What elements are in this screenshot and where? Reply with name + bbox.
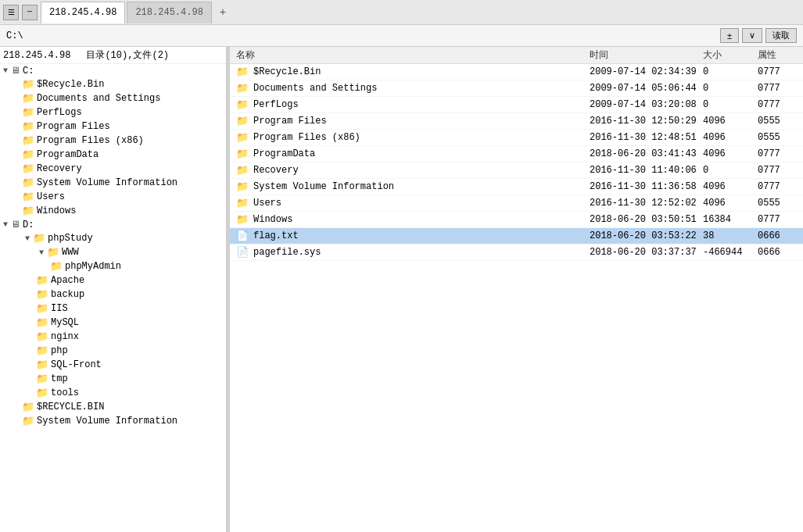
tree-item-system-volume[interactable]: 📁 System Volume Information [0, 176, 226, 190]
item-label: System Volume Information [37, 416, 177, 427]
file-row[interactable]: 📁ProgramData2018-06-20 03:41:4340960777 [230, 146, 803, 162]
item-label: ProgramData [37, 149, 99, 160]
file-row[interactable]: 📁System Volume Information2016-11-30 11:… [230, 179, 803, 195]
tree-item-mysql[interactable]: 📁 MySQL [0, 316, 226, 330]
item-label: WWW [62, 247, 79, 258]
tree-item-recycle-d[interactable]: 📁 $RECYCLE.BIN [0, 400, 226, 414]
file-row[interactable]: 📁PerfLogs2009-07-14 03:20:0800777 [230, 97, 803, 113]
file-row[interactable]: 📁Recovery2016-11-30 11:40:0600777 [230, 162, 803, 179]
file-attr: 0777 [758, 181, 797, 192]
tree-item-iis[interactable]: 📁 IIS [0, 302, 226, 316]
tab-2[interactable]: 218.245.4.98 [127, 2, 211, 23]
file-list: 📁$Recycle.Bin2009-07-14 02:34:3900777📁Do… [230, 64, 803, 261]
toggle-c[interactable]: ▼ [0, 66, 11, 75]
item-label: phpMyAdmin [65, 261, 121, 272]
window-icon[interactable]: ☰ [3, 5, 19, 20]
file-attr: 0555 [758, 132, 797, 143]
tree-item-system-volume-d[interactable]: 📁 System Volume Information [0, 414, 226, 428]
file-time: 2009-07-14 05:06:44 [590, 83, 703, 94]
file-size: 0 [703, 66, 758, 77]
tab-1[interactable]: 218.245.4.98 [41, 2, 125, 23]
file-row[interactable]: 📁Documents and Settings2009-07-14 05:06:… [230, 80, 803, 97]
item-label: php [51, 345, 68, 356]
folder-icon: 📁 [22, 415, 34, 427]
folder-icon: 📁 [236, 115, 249, 127]
file-name: Recovery [253, 165, 590, 176]
tree-item-docs-settings[interactable]: 📁 Documents and Settings [0, 91, 226, 105]
file-row[interactable]: 📁Program Files2016-11-30 12:50:294096055… [230, 113, 803, 130]
tree-item-recovery[interactable]: 📁 Recovery [0, 162, 226, 176]
tree-item-apache[interactable]: 📁 Apache [0, 273, 226, 287]
file-size: 4096 [703, 148, 758, 159]
main-content: 218.245.4.98 目录(10),文件(2) ▼ 🖥 C: 📁 $Recy… [0, 47, 803, 532]
tree-drive-c[interactable]: ▼ 🖥 C: [0, 64, 226, 77]
tree-item-perflogs[interactable]: 📁 PerfLogs [0, 105, 226, 120]
file-row[interactable]: 📁Users2016-11-30 12:52:0240960555 [230, 195, 803, 212]
item-label: SQL-Front [51, 359, 102, 370]
tree-item-programdata[interactable]: 📁 ProgramData [0, 148, 226, 162]
file-row[interactable]: 📄pagefile.sys2018-06-20 03:37:37-4669440… [230, 245, 803, 261]
title-bar: ☰ ─ 218.245.4.98 218.245.4.98 + [0, 0, 803, 25]
folder-icon: 📁 [36, 345, 48, 357]
toggle-phpstudy[interactable]: ▼ [22, 234, 33, 243]
tree-drive-d[interactable]: ▼ 🖥 D: [0, 218, 226, 231]
file-size: 4096 [703, 132, 758, 143]
right-panel: 名称 时间 大小 属性 📁$Recycle.Bin2009-07-14 02:3… [230, 47, 803, 532]
file-row[interactable]: 📁$Recycle.Bin2009-07-14 02:34:3900777 [230, 64, 803, 80]
file-row[interactable]: 📁Program Files (x86)2016-11-30 12:48:514… [230, 130, 803, 146]
tree-item-php[interactable]: 📁 php [0, 344, 226, 358]
file-row[interactable]: 📁Windows2018-06-20 03:50:51163840777 [230, 212, 803, 228]
file-time: 2018-06-20 03:37:37 [590, 247, 703, 258]
file-icon: 📄 [236, 230, 249, 242]
file-time: 2009-07-14 03:20:08 [590, 99, 703, 110]
folder-icon: 📁 [236, 164, 249, 177]
file-name: Program Files (x86) [253, 132, 590, 143]
item-label: phpStudy [48, 233, 93, 244]
tab-add-button[interactable]: + [213, 5, 232, 20]
addr-down-btn[interactable]: ∨ [742, 28, 762, 43]
folder-icon: 📁 [22, 106, 34, 119]
folder-icon: 📁 [22, 134, 34, 147]
tree-item-tools[interactable]: 📁 tools [0, 386, 226, 400]
drive-c-label: C: [23, 66, 34, 77]
tab1-label: 218.245.4.98 [49, 7, 117, 18]
folder-icon: 📁 [36, 288, 48, 301]
file-size: 4096 [703, 116, 758, 127]
drive-d-label: D: [23, 220, 34, 230]
item-label: tmp [51, 373, 68, 384]
item-label: Recovery [37, 163, 82, 174]
item-label: IIS [51, 303, 68, 314]
tree-item-recycle-bin[interactable]: 📁 $Recycle.Bin [0, 77, 226, 91]
item-label: $RECYCLE.BIN [37, 402, 104, 412]
file-row[interactable]: 📄flag.txt2018-06-20 03:53:22380666 [230, 228, 803, 245]
file-size: 0 [703, 83, 758, 94]
addr-plus-btn[interactable]: ± [720, 28, 739, 43]
file-size: 38 [703, 230, 758, 241]
tree-item-users[interactable]: 📁 Users [0, 190, 226, 204]
tree-item-www[interactable]: ▼ 📁 WWW [0, 245, 226, 259]
item-label: nginx [51, 331, 79, 342]
file-name: Windows [253, 214, 590, 225]
file-size: 0 [703, 99, 758, 110]
file-attr: 0555 [758, 116, 797, 127]
folder-icon: 📁 [236, 66, 249, 78]
min-button[interactable]: ─ [22, 5, 38, 20]
toggle-d[interactable]: ▼ [0, 220, 11, 229]
file-size: -466944 [703, 247, 758, 258]
tree-item-backup[interactable]: 📁 backup [0, 287, 226, 302]
tree-item-tmp[interactable]: 📁 tmp [0, 372, 226, 386]
tree-item-phpstudy[interactable]: ▼ 📁 phpStudy [0, 231, 226, 245]
tree-item-program-files-x86[interactable]: 📁 Program Files (x86) [0, 134, 226, 148]
tree-item-sql-front[interactable]: 📁 SQL-Front [0, 358, 226, 372]
tree-item-windows[interactable]: 📁 Windows [0, 204, 226, 218]
tree-item-nginx[interactable]: 📁 nginx [0, 330, 226, 344]
tree-item-program-files[interactable]: 📁 Program Files [0, 120, 226, 134]
col-header-time: 时间 [590, 48, 703, 62]
read-button[interactable]: 读取 [765, 28, 797, 43]
toggle-www[interactable]: ▼ [36, 248, 47, 257]
item-label: Program Files (x86) [37, 135, 144, 146]
item-label: tools [51, 387, 79, 398]
tree-item-phpmyadmin[interactable]: 📁 phpMyAdmin [0, 259, 226, 273]
file-time: 2016-11-30 11:40:06 [590, 165, 703, 176]
drive-c-icon: 🖥 [11, 65, 20, 77]
